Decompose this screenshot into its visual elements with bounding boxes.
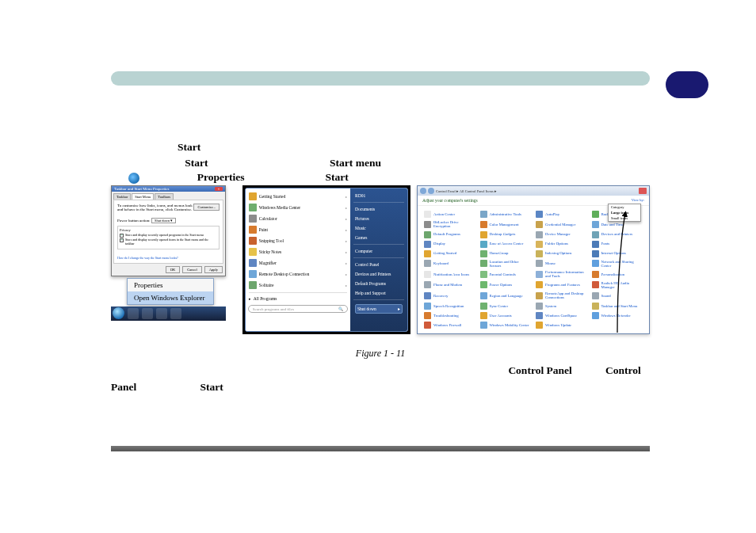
start-menu-right-item[interactable]: Documents — [353, 205, 404, 213]
control-panel-item[interactable]: Desktop Gadgets — [480, 231, 532, 238]
start-orb-icon[interactable] — [113, 307, 124, 319]
control-panel-item[interactable]: Device Manager — [536, 231, 587, 238]
start-menu-item[interactable]: Paint▸ — [246, 224, 350, 235]
view-by-dropdown[interactable]: Category Large icons Small icons — [608, 204, 641, 222]
control-panel-item[interactable]: Getting Started — [424, 250, 475, 257]
control-panel-item[interactable]: Programs and Features — [536, 281, 587, 290]
ok-button[interactable]: OK — [166, 266, 181, 273]
control-panel-item[interactable]: Devices and Printers — [592, 231, 643, 238]
power-action-select[interactable]: Shut down ▾ — [151, 218, 177, 223]
start-menu-item[interactable]: Snipping Tool▸ — [246, 235, 350, 246]
control-panel-item[interactable]: Action Center — [424, 211, 475, 218]
start-menu-item[interactable]: Solitaire▸ — [246, 280, 350, 291]
all-programs-item[interactable]: ▸ All Programs — [246, 295, 350, 303]
search-input[interactable]: Search programs and files 🔍 — [248, 305, 348, 313]
customize-button[interactable]: Customize... — [193, 204, 220, 211]
start-menu-right-item[interactable]: Pictures — [353, 215, 404, 223]
privacy-checkbox-2[interactable]: ✓Store and display recently opened items… — [120, 238, 217, 246]
chevron-right-icon: ▸ — [346, 261, 347, 265]
control-panel-item[interactable]: Mouse — [536, 260, 587, 268]
view-option-large-icons[interactable]: Large icons — [609, 210, 640, 215]
control-panel-item[interactable]: Windows Defender — [592, 312, 643, 319]
start-menu-right-item[interactable]: Computer — [353, 247, 404, 255]
control-panel-item[interactable]: Keyboard — [424, 260, 475, 268]
start-menu-right-item[interactable]: Music — [353, 224, 404, 232]
breadcrumb[interactable]: Control Panel ▸ All Control Panel Items … — [436, 189, 497, 193]
control-panel-item[interactable]: Troubleshooting — [424, 312, 475, 319]
control-panel-item-label: Mouse — [545, 261, 556, 265]
forward-icon[interactable] — [428, 188, 434, 194]
start-menu-item[interactable]: Sticky Notes▸ — [246, 246, 350, 257]
start-menu-right-item[interactable]: Help and Support — [353, 289, 404, 297]
start-menu-item-label: Solitaire — [259, 283, 274, 287]
control-panel-item[interactable]: Windows Firewall — [424, 322, 475, 329]
start-menu-right-item[interactable]: Games — [353, 234, 404, 242]
control-panel-item[interactable]: Windows Mobility Center — [480, 322, 532, 329]
control-panel-item[interactable]: Location and Other Sensors — [480, 260, 532, 268]
control-panel-item[interactable]: Performance Information and Tools — [536, 270, 587, 279]
taskbar-item[interactable] — [156, 308, 167, 319]
view-option-small-icons[interactable]: Small icons — [609, 215, 640, 221]
control-panel-item[interactable]: Fonts — [592, 241, 643, 248]
start-menu-item[interactable]: Magnifier▸ — [246, 257, 350, 268]
control-panel-item[interactable]: Ease of Access Center — [480, 241, 532, 248]
control-panel-item[interactable]: Administrative Tools — [480, 211, 532, 218]
shutdown-button[interactable]: Shut down▸ — [355, 304, 403, 314]
apply-button[interactable]: Apply — [204, 266, 223, 273]
view-by-label[interactable]: View by: — [632, 198, 644, 203]
close-icon[interactable] — [639, 188, 647, 194]
control-panel-item[interactable]: HomeGroup — [480, 250, 532, 257]
control-panel-item[interactable]: Phone and Modem — [424, 281, 475, 290]
start-menu-item[interactable]: Remote Desktop Connection▸ — [246, 268, 350, 280]
control-panel-item[interactable]: Personalization — [592, 270, 643, 279]
control-panel-item[interactable]: Sound — [592, 291, 643, 300]
control-panel-item[interactable]: Speech Recognition — [424, 303, 475, 310]
help-link[interactable]: How do I change the way the Start menu l… — [117, 256, 220, 260]
control-panel-item[interactable]: Internet Options — [592, 250, 643, 257]
control-panel-item[interactable]: RemoteApp and Desktop Connections — [536, 291, 587, 300]
control-panel-item[interactable]: Taskbar and Start Menu — [592, 303, 643, 310]
start-orb-icon — [128, 173, 139, 184]
control-panel-item[interactable]: Power Options — [480, 281, 532, 290]
tab-start-menu[interactable]: Start Menu — [132, 193, 154, 200]
start-menu-right-item[interactable]: Default Programs — [353, 280, 404, 287]
control-panel-item[interactable]: Color Management — [480, 220, 532, 229]
context-menu-open-explorer[interactable]: Open Windows Explorer — [128, 291, 213, 304]
control-panel-item[interactable]: Display — [424, 241, 475, 248]
tab-taskbar[interactable]: Taskbar — [113, 193, 131, 200]
control-panel-item[interactable]: Credential Manager — [536, 220, 587, 229]
control-panel-item-label: Sound — [601, 294, 611, 298]
control-panel-item[interactable]: Realtek HD Audio Manager — [592, 281, 643, 290]
control-panel-item[interactable]: AutoPlay — [536, 211, 587, 218]
context-menu-properties[interactable]: Properties — [128, 279, 213, 291]
control-panel-item[interactable]: Parental Controls — [480, 270, 532, 279]
control-panel-item[interactable]: System — [536, 303, 587, 310]
control-panel-item[interactable]: Region and Language — [480, 291, 532, 300]
start-menu-right-item[interactable]: RD01 — [353, 192, 404, 200]
control-panel-item[interactable]: Windows CardSpace — [536, 312, 587, 319]
start-menu-item[interactable]: Calculator▸ — [246, 213, 350, 224]
taskbar-item[interactable] — [142, 308, 153, 319]
back-icon[interactable] — [420, 188, 426, 194]
start-menu-right-item[interactable]: Control Panel — [353, 261, 404, 268]
start-menu-item[interactable]: Windows Media Center▸ — [246, 202, 350, 213]
control-panel-item[interactable]: Network and Sharing Center — [592, 260, 643, 268]
control-panel-item[interactable]: User Accounts — [480, 312, 532, 319]
start-menu-right-item[interactable]: Devices and Printers — [353, 270, 404, 278]
taskbar-item[interactable] — [170, 308, 181, 319]
view-option-category[interactable]: Category — [609, 204, 640, 210]
tab-toolbars[interactable]: Toolbars — [155, 193, 174, 200]
control-panel-item[interactable]: Windows Update — [536, 322, 587, 329]
control-panel-item[interactable]: Default Programs — [424, 231, 475, 238]
cancel-button[interactable]: Cancel — [182, 266, 202, 273]
control-panel-item[interactable]: Sync Center — [480, 303, 532, 310]
applet-icon — [424, 241, 431, 248]
taskbar-item[interactable] — [128, 308, 139, 319]
control-panel-item[interactable]: Recovery — [424, 291, 475, 300]
start-menu-item[interactable]: Getting Started▸ — [246, 191, 350, 202]
control-panel-item[interactable]: Indexing Options — [536, 250, 587, 257]
control-panel-item[interactable]: Notification Area Icons — [424, 270, 475, 279]
close-icon[interactable]: × — [215, 187, 223, 191]
control-panel-item[interactable]: Folder Options — [536, 241, 587, 248]
control-panel-item[interactable]: BitLocker Drive Encryption — [424, 220, 475, 229]
